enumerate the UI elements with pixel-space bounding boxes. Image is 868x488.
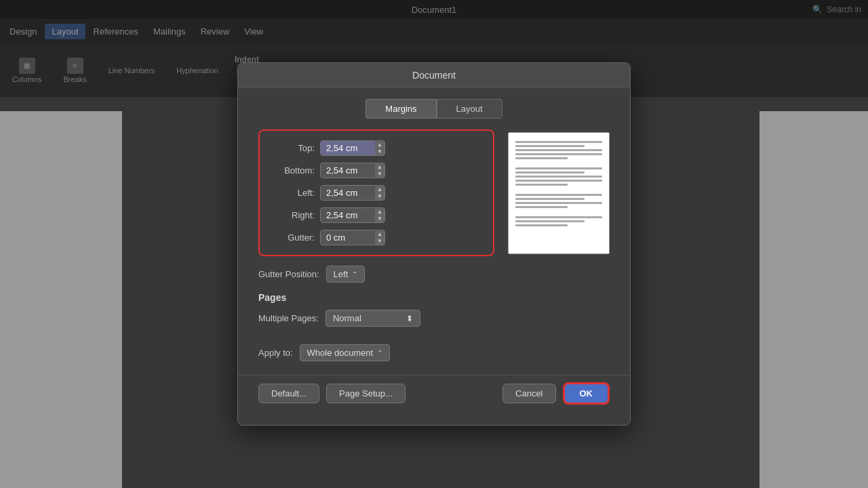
- preview-line-7: [515, 171, 585, 174]
- margins-inputs-box: Top: ▲ ▼ Bottom:: [258, 129, 494, 256]
- dialog-body: Top: ▲ ▼ Bottom:: [238, 119, 630, 338]
- multiple-pages-label: Multiple Pages:: [258, 313, 319, 323]
- dialog-footer: Default... Page Setup... Cancel OK: [238, 375, 630, 411]
- bottom-input[interactable]: [321, 163, 375, 178]
- preview-line-8: [515, 176, 602, 178]
- gutter-down-arrow: ▼: [377, 238, 382, 245]
- multiple-pages-select[interactable]: Normal ⬍: [326, 310, 420, 327]
- preview-line-4: [515, 153, 602, 155]
- preview-line-16: [515, 220, 585, 222]
- left-row: Left: ▲ ▼: [271, 185, 482, 201]
- left-input-wrapper: ▲ ▼: [320, 185, 385, 201]
- gutter-spinner[interactable]: ▲ ▼: [375, 231, 384, 245]
- gutter-position-row: Gutter Position: Left ⌃: [258, 266, 494, 283]
- left-up-arrow: ▲: [377, 186, 382, 193]
- multiple-pages-chevron: ⬍: [406, 314, 413, 323]
- gutter-row: Gutter: ▲ ▼: [271, 230, 482, 245]
- top-spinner[interactable]: ▲ ▼: [375, 142, 384, 155]
- preview-gap: [515, 161, 602, 165]
- preview-line-10: [515, 184, 568, 186]
- apply-to-value: Whole document: [307, 348, 374, 358]
- left-input[interactable]: [321, 186, 375, 200]
- gutter-position-value: Left: [334, 269, 349, 279]
- dialog-tabs: Margins Layout: [238, 99, 630, 119]
- default-button[interactable]: Default...: [258, 384, 319, 403]
- margins-section: Top: ▲ ▼ Bottom:: [258, 129, 494, 327]
- apply-to-label: Apply to:: [258, 348, 293, 358]
- tab-layout[interactable]: Layout: [437, 99, 502, 119]
- bottom-down-arrow: ▼: [377, 171, 382, 178]
- right-input-wrapper: ▲ ▼: [320, 207, 385, 223]
- top-down-arrow: ▼: [377, 148, 382, 155]
- preview-gap2: [515, 188, 602, 192]
- right-spinner[interactable]: ▲ ▼: [375, 209, 384, 222]
- apply-to-select[interactable]: Whole document ⌃: [300, 344, 391, 361]
- preview-line-12: [515, 198, 585, 200]
- gutter-up-arrow: ▲: [377, 231, 382, 238]
- gutter-label: Gutter:: [271, 232, 315, 243]
- apply-to-row: Apply to: Whole document ⌃: [238, 338, 630, 368]
- preview-line-15: [515, 216, 602, 218]
- bottom-row: Bottom: ▲ ▼: [271, 163, 482, 178]
- preview-line-14: [515, 206, 568, 208]
- apply-to-chevron: ⌃: [377, 349, 382, 357]
- right-row: Right: ▲ ▼: [271, 207, 482, 223]
- bottom-label: Bottom:: [271, 165, 315, 176]
- multiple-pages-row: Multiple Pages: Normal ⬍: [258, 310, 494, 327]
- right-up-arrow: ▲: [377, 209, 382, 216]
- gutter-position-select[interactable]: Left ⌃: [326, 266, 366, 283]
- top-input-wrapper: ▲ ▼: [320, 140, 385, 156]
- gutter-position-chevron: ⌃: [352, 270, 357, 278]
- pages-section-title: Pages: [258, 292, 494, 303]
- dialog-overlay: Document Margins Layout Top: ▲: [0, 0, 868, 488]
- document-dialog: Document Margins Layout Top: ▲: [237, 62, 631, 426]
- preview-line-9: [515, 180, 602, 182]
- left-label: Left:: [271, 188, 315, 198]
- right-down-arrow: ▼: [377, 216, 382, 222]
- preview-line-11: [515, 194, 602, 196]
- top-input[interactable]: [321, 141, 375, 155]
- right-label: Right:: [271, 210, 315, 220]
- preview-line-6: [515, 167, 602, 169]
- bottom-up-arrow: ▲: [377, 164, 382, 171]
- page-preview: [508, 132, 610, 254]
- top-row: Top: ▲ ▼: [271, 140, 482, 156]
- cancel-button[interactable]: Cancel: [502, 384, 555, 403]
- gutter-input-wrapper: ▲ ▼: [320, 230, 385, 245]
- footer-left: Default... Page Setup...: [258, 384, 406, 403]
- dialog-title: Document: [238, 63, 630, 88]
- preview-line-13: [515, 202, 602, 204]
- preview-line-17: [515, 224, 568, 226]
- right-input[interactable]: [321, 208, 375, 222]
- preview-gap3: [515, 210, 602, 214]
- top-up-arrow: ▲: [377, 142, 382, 148]
- pages-section: Pages Multiple Pages: Normal ⬍: [258, 292, 494, 327]
- footer-right: Cancel OK: [502, 382, 610, 405]
- tab-margins[interactable]: Margins: [366, 99, 436, 119]
- multiple-pages-value: Normal: [333, 313, 361, 323]
- gutter-input[interactable]: [321, 230, 375, 245]
- left-down-arrow: ▼: [377, 193, 382, 200]
- left-spinner[interactable]: ▲ ▼: [375, 186, 384, 200]
- preview-line-5: [515, 157, 568, 159]
- preview-line-1: [515, 141, 602, 143]
- bottom-input-wrapper: ▲ ▼: [320, 163, 385, 178]
- ok-button[interactable]: OK: [563, 382, 610, 405]
- top-label: Top:: [271, 143, 315, 153]
- gutter-position-label: Gutter Position:: [258, 269, 319, 279]
- bottom-spinner[interactable]: ▲ ▼: [375, 164, 384, 178]
- preview-line-2: [515, 145, 585, 147]
- preview-line-3: [515, 149, 602, 151]
- page-setup-button[interactable]: Page Setup...: [326, 384, 406, 403]
